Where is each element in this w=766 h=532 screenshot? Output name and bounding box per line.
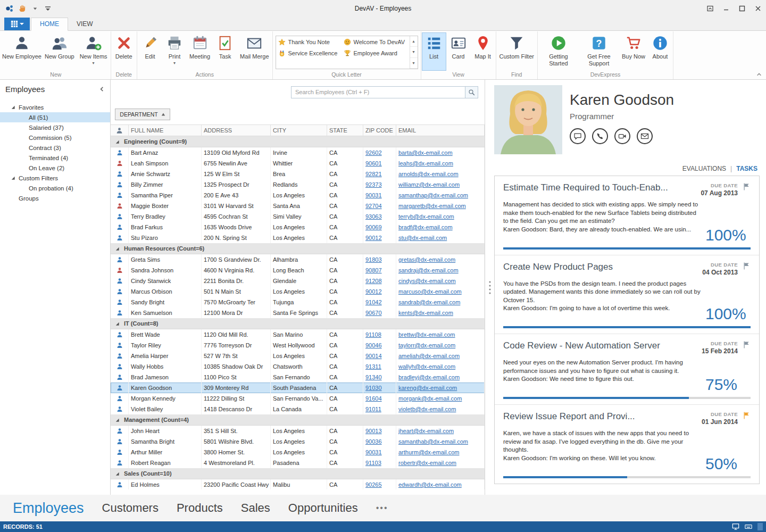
email-link[interactable]: stu@dx-email.com	[398, 235, 447, 241]
email-link[interactable]: ameliah@dx-email.com	[398, 353, 460, 359]
close-button[interactable]	[750, 0, 766, 17]
email-link[interactable]: arnolds@dx-email.com	[398, 171, 459, 177]
new-group-button[interactable]: New Group	[42, 32, 77, 71]
getting-started-button[interactable]: Getting Started	[538, 32, 579, 71]
task-card[interactable]: Create New Product Pages DUE DATE 04 Oct…	[495, 255, 759, 335]
email-link[interactable]: gretas@dx-email.com	[398, 256, 455, 263]
collapse-group-icon[interactable]	[115, 471, 120, 476]
zip-link[interactable]: 90031	[365, 449, 382, 455]
zip-link[interactable]: 92373	[365, 181, 382, 188]
qat-customize-icon[interactable]	[43, 3, 53, 14]
email-link[interactable]: kents@dx-email.com	[398, 310, 453, 316]
table-row[interactable]: Violet Bailey 1418 Descanso Dr La Canada…	[111, 404, 485, 414]
mail-merge-button[interactable]: Mail Merge	[237, 32, 271, 71]
expand-triangle-icon[interactable]	[11, 176, 15, 180]
call-button[interactable]	[592, 128, 608, 144]
column-header-person-icon[interactable]	[111, 125, 129, 136]
group-by-department-button[interactable]: DEPARTMENT	[115, 109, 170, 120]
flag-icon[interactable]	[742, 411, 751, 420]
sidebar-item[interactable]: Commission (5)	[0, 132, 110, 143]
zip-link[interactable]: 93063	[365, 213, 382, 220]
email-link[interactable]: leahs@dx-email.com	[398, 160, 453, 167]
grid-group-row[interactable]: Management (Count=4)	[111, 414, 485, 426]
table-row[interactable]: Brett Wade 1120 Old Mill Rd. San Marino …	[111, 329, 485, 340]
table-row[interactable]: Brad Jameson 1100 Pico St San Fernando C…	[111, 372, 485, 383]
zip-link[interactable]: 91311	[365, 363, 381, 370]
table-row[interactable]: Arnie Schwartz 125 W Elm St Brea CA 9282…	[111, 169, 485, 179]
card-view-button[interactable]: Card	[446, 32, 471, 71]
flag-icon[interactable]	[742, 340, 751, 349]
delete-button[interactable]: Delete	[112, 32, 136, 71]
buy-now-button[interactable]: Buy Now	[619, 32, 648, 71]
zip-link[interactable]: 92602	[365, 149, 382, 156]
splitter-handle[interactable]	[485, 80, 494, 495]
table-row[interactable]: Ed Holmes 23200 Pacific Coast Hwy Malibu…	[111, 479, 485, 489]
email-link[interactable]: bradf@dx-email.com	[398, 224, 453, 230]
sidebar-item[interactable]: Custom Filters	[0, 173, 110, 183]
table-row[interactable]: Brad Farkus 1635 Woods Drive Los Angeles…	[111, 222, 485, 232]
email-link[interactable]: arthurm@dx-email.com	[398, 449, 459, 455]
zip-link[interactable]: 90014	[365, 353, 382, 359]
chevron-down-icon[interactable]	[30, 3, 40, 14]
zip-link[interactable]: 90265	[365, 481, 382, 488]
about-button[interactable]: About	[648, 32, 672, 71]
email-link[interactable]: samanthab@dx-email.com	[398, 438, 468, 445]
quick-letter-employee-award[interactable]: Employee Award	[342, 47, 407, 59]
table-row[interactable]: Samantha Bright 5801 Wilshire Blvd. Los …	[111, 436, 485, 447]
file-button[interactable]	[4, 18, 30, 30]
meeting-button[interactable]: Meeting	[187, 32, 213, 71]
keyboard-icon[interactable]	[745, 523, 752, 530]
email-link[interactable]: samanthap@dx-email.com	[398, 192, 468, 198]
sidebar-item[interactable]: On probation (4)	[0, 183, 110, 193]
list-view-button[interactable]: List	[422, 32, 446, 71]
zip-link[interactable]: 91108	[365, 331, 381, 338]
email-link[interactable]: barta@dx-email.com	[398, 149, 453, 156]
email-link[interactable]: taylorr@dx-email.com	[398, 342, 455, 348]
zip-link[interactable]: 91604	[365, 395, 382, 402]
get-free-support-button[interactable]: Get Free Support	[579, 32, 619, 71]
zip-link[interactable]: 91030	[365, 385, 382, 391]
email-link[interactable]: robertr@dx-email.com	[398, 460, 456, 466]
task-button[interactable]: Task	[213, 32, 237, 71]
zip-link[interactable]: 90036	[365, 438, 382, 445]
quick-letter-service-excellence[interactable]: Service Excellence	[276, 47, 342, 59]
column-header-email[interactable]: EMAIL	[396, 125, 485, 136]
flag-icon[interactable]	[742, 182, 751, 191]
bottom-nav-tab[interactable]: Opportunities	[288, 501, 358, 515]
email-link[interactable]: sandrab@dx-email.com	[398, 299, 460, 305]
table-row[interactable]: Wally Hobbs 10385 Shadow Oak Dr Chatswor…	[111, 361, 485, 372]
zip-link[interactable]: 90012	[365, 235, 382, 241]
table-row[interactable]: Amelia Harper 527 W 7th St Los Angeles C…	[111, 351, 485, 361]
quick-letter-thank-you-note[interactable]: Thank You Note	[276, 36, 342, 47]
email-link[interactable]: brettw@dx-email.com	[398, 331, 455, 338]
chat-button[interactable]	[570, 128, 586, 144]
sidebar-item[interactable]: Favorites	[0, 102, 110, 112]
bottom-nav-tab[interactable]: Products	[177, 501, 223, 515]
grid-group-row[interactable]: Engineering (Count=9)	[111, 136, 485, 147]
search-input[interactable]	[292, 87, 465, 98]
zip-link[interactable]: 91011	[365, 406, 381, 412]
table-row[interactable]: Sandra Johnson 4600 N Virginia Rd. Long …	[111, 265, 485, 276]
table-row[interactable]: Samantha Piper 200 E Ave 43 Los Angeles …	[111, 190, 485, 201]
collapse-group-icon[interactable]	[115, 418, 120, 422]
expand-triangle-icon[interactable]	[11, 105, 15, 110]
email-link[interactable]: bradleyj@dx-email.com	[398, 374, 460, 380]
table-row[interactable]: John Heart 351 S Hill St. Los Angeles CA…	[111, 426, 485, 436]
email-link[interactable]: wallyh@dx-email.com	[398, 363, 455, 370]
email-link[interactable]: sandraj@dx-email.com	[398, 267, 459, 273]
table-row[interactable]: Bart Arnaz 13109 Old Myford Rd Irvine CA…	[111, 147, 485, 158]
new-items-button[interactable]: New Items▾	[77, 32, 110, 71]
table-row[interactable]: Karen Goodson 309 Monterey Rd South Pasa…	[111, 383, 485, 393]
monitor-icon[interactable]	[732, 523, 739, 530]
tab-evaluations[interactable]: EVALUATIONS	[682, 165, 726, 172]
email-link[interactable]: morgank@dx-email.com	[398, 395, 462, 402]
column-header-state[interactable]: STATE	[327, 125, 363, 136]
print-button[interactable]: Print▾	[162, 32, 187, 71]
tab-tasks[interactable]: TASKS	[736, 165, 757, 172]
gallery-up-button[interactable]: ▲	[410, 36, 418, 47]
bottom-nav-tab[interactable]: Employees	[13, 500, 84, 517]
sidebar-item[interactable]: On Leave (2)	[0, 163, 110, 173]
tab-home[interactable]: HOME	[31, 18, 68, 31]
column-header-city[interactable]: CITY	[271, 125, 327, 136]
grid-group-row[interactable]: Human Resources (Count=6)	[111, 243, 485, 254]
